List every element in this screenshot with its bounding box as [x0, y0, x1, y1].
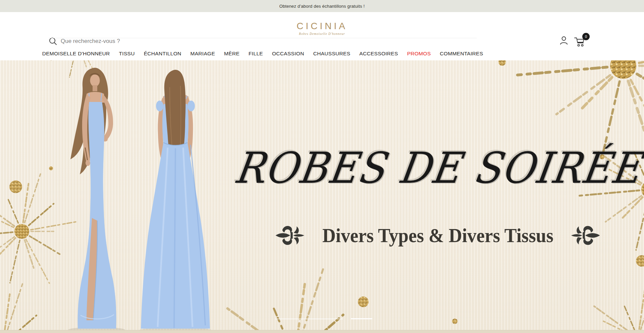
hero-models-image	[57, 60, 221, 333]
next-section-edge	[0, 330, 644, 333]
hero-subtitle-row: Divers Types & Divers Tissus	[235, 215, 641, 256]
nav-item-occassion[interactable]: OCCASSION	[272, 51, 304, 57]
fleur-de-lis-icon	[275, 225, 306, 246]
nav-item-promos[interactable]: PROMOS	[407, 51, 431, 57]
nav-item-commentaires[interactable]: COMMENTAIRES	[440, 51, 483, 57]
header-divider	[49, 38, 477, 38]
nav-item-demoiselle[interactable]: DEMOISELLE D'HONNEUR	[42, 51, 110, 57]
person-icon	[559, 36, 568, 45]
logo-tagline: Robes Demoiselle D'honneur	[297, 32, 347, 36]
nav-item-mere[interactable]: MÈRE	[224, 51, 239, 57]
hero-banner: ROBES DE SOIRÉE Divers Types & Divers Ti…	[0, 60, 644, 333]
account-button[interactable]	[559, 36, 568, 46]
nav-item-fille[interactable]: FILLE	[249, 51, 263, 57]
carousel-dash-1[interactable]	[275, 319, 343, 319]
logo[interactable]: CICINIA Robes Demoiselle D'honneur	[297, 21, 347, 36]
hero-subtitle: Divers Types & Divers Tissus	[322, 224, 553, 247]
logo-text: CICINIA	[297, 21, 347, 32]
nav-item-echantillon[interactable]: ÉCHANTILLON	[144, 51, 181, 57]
cart-button[interactable]: 0	[574, 36, 586, 48]
search-input[interactable]	[61, 38, 168, 45]
carousel-dash-2[interactable]	[351, 318, 372, 319]
nav-item-mariage[interactable]: MARIAGE	[191, 51, 215, 57]
nav-item-chaussures[interactable]: CHAUSSURES	[313, 51, 351, 57]
cart-count-badge: 0	[582, 33, 590, 40]
header: CICINIA Robes Demoiselle D'honneur 0 DEM…	[0, 12, 644, 60]
nav-item-tissu[interactable]: TISSU	[119, 51, 135, 57]
announcement-bar: Obtenez d'abord des échantillons gratuit…	[0, 0, 644, 12]
model-left	[68, 68, 125, 333]
model-right	[139, 70, 212, 333]
announcement-text: Obtenez d'abord des échantillons gratuit…	[279, 4, 365, 9]
hero-title: ROBES DE SOIRÉE	[231, 143, 644, 193]
nav-item-accessoires[interactable]: ACCESSOIRES	[359, 51, 398, 57]
fleur-de-lis-icon	[570, 225, 601, 246]
header-icons: 0	[559, 36, 586, 48]
main-nav: DEMOISELLE D'HONNEUR TISSU ÉCHANTILLON M…	[49, 47, 477, 60]
carousel-indicators	[0, 318, 644, 320]
glitter-fireworks-decoration	[0, 60, 644, 333]
